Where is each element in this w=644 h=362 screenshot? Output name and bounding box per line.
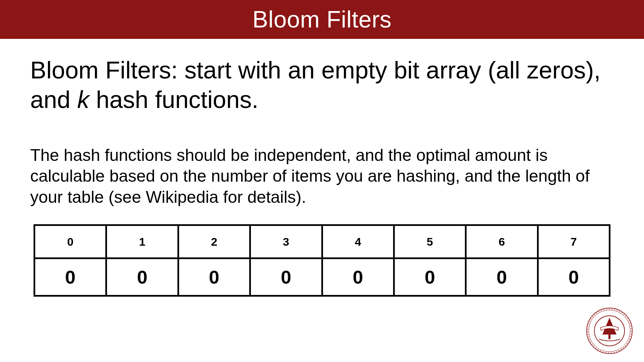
index-cell: 4 xyxy=(322,225,394,258)
slide-title: Bloom Filters xyxy=(0,0,644,39)
index-cell: 3 xyxy=(250,225,322,258)
bit-cell: 0 xyxy=(322,258,394,296)
bit-cell: 0 xyxy=(250,258,322,296)
slide: Bloom Filters Bloom Filters: start with … xyxy=(0,0,644,362)
table-row: 0 0 0 0 0 0 0 0 xyxy=(35,258,610,296)
bit-cell: 0 xyxy=(466,258,538,296)
headline-text: Bloom Filters: start with an empty bit a… xyxy=(30,56,614,115)
bit-cell: 0 xyxy=(106,258,178,296)
index-cell: 2 xyxy=(178,225,250,258)
bit-cell: 0 xyxy=(35,258,106,296)
bit-cell: 0 xyxy=(394,258,466,296)
bit-array-table: 0 1 2 3 4 5 6 7 0 0 0 0 0 0 0 0 xyxy=(34,224,610,297)
headline-post: hash functions. xyxy=(89,86,258,113)
index-cell: 0 xyxy=(35,225,106,258)
stanford-seal-icon xyxy=(586,307,633,355)
bit-cell: 0 xyxy=(178,258,250,296)
slide-body: Bloom Filters: start with an empty bit a… xyxy=(0,39,644,297)
bit-array-table-wrap: 0 1 2 3 4 5 6 7 0 0 0 0 0 0 0 0 xyxy=(30,224,614,297)
index-cell: 7 xyxy=(538,225,609,258)
bit-cell: 0 xyxy=(538,258,609,296)
explanation-text: The hash functions should be independent… xyxy=(30,145,614,208)
table-row: 0 1 2 3 4 5 6 7 xyxy=(35,225,610,258)
headline-k: k xyxy=(77,86,89,113)
index-cell: 5 xyxy=(394,225,466,258)
index-cell: 6 xyxy=(466,225,538,258)
index-cell: 1 xyxy=(106,225,178,258)
